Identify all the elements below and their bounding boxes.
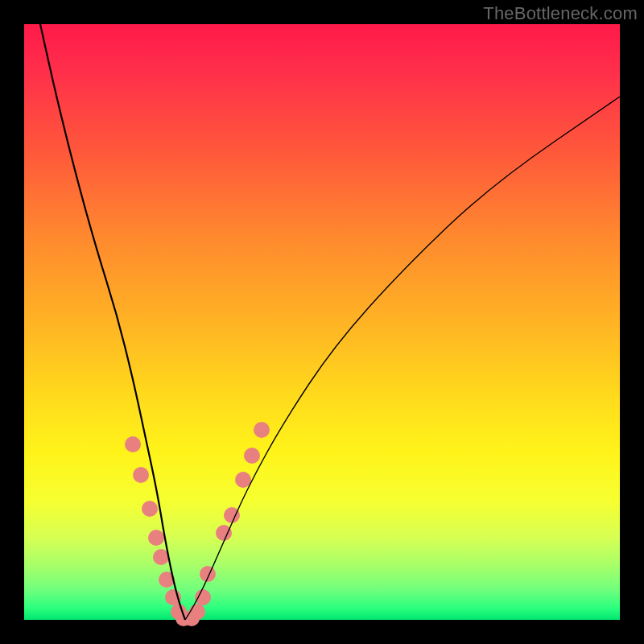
chart-frame: TheBottleneck.com [0,0,644,644]
data-bead [142,501,158,517]
data-bead [254,422,270,438]
data-bead [125,436,141,452]
right-branch-curve [185,97,620,620]
beads-group [125,422,270,626]
data-bead [200,566,216,582]
data-bead [195,589,211,605]
data-bead [189,604,205,620]
data-bead [133,467,149,483]
data-bead [235,472,251,488]
data-bead [216,525,232,541]
plot-area [24,24,620,620]
data-bead [148,530,164,546]
curve-svg [24,24,620,620]
watermark-text: TheBottleneck.com [483,3,638,24]
data-bead [244,448,260,464]
left-branch-curve [40,24,185,620]
